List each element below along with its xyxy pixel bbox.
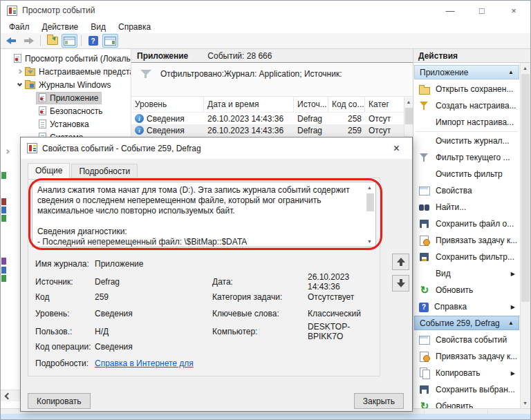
tree-item[interactable]: Журналы Windows [1, 78, 131, 91]
collapse-icon[interactable] [508, 320, 514, 326]
details-link[interactable]: Справка в Интернете для [95, 359, 212, 368]
close-dialog-button[interactable]: Закрыть [354, 393, 404, 409]
dialog-title: Свойства событий - Событие 259, Defrag [42, 144, 201, 153]
tree-item-fragment [1, 172, 6, 179]
menu-item[interactable]: Вид [84, 21, 112, 33]
action-item[interactable]: Привязать задачу к... [413, 232, 520, 249]
action-item[interactable]: Фильтр текущего ... [413, 149, 520, 166]
action-label: Фильтр текущего ... [436, 153, 510, 162]
expand-icon[interactable] [15, 84, 24, 86]
column-header[interactable]: Дата и время [204, 97, 294, 112]
scroll-thumb[interactable] [405, 108, 413, 124]
copy-button[interactable]: Копировать [28, 393, 91, 409]
action-item[interactable]: Сохранить выбран... [413, 381, 520, 398]
arrow-down-icon [397, 279, 405, 287]
list-title-bar: Приложение Событий: 28 666 [131, 49, 413, 63]
action-label: Свойства событий [436, 335, 507, 345]
save-filter-icon [419, 251, 430, 262]
action-item[interactable]: Свойства событий [413, 332, 520, 348]
event-source: Defrag [294, 114, 328, 124]
close-button[interactable]: × [498, 1, 530, 20]
action-item[interactable]: Вид [413, 265, 520, 282]
action-item[interactable]: Открыть сохранен... [413, 81, 520, 97]
event-datetime: 26.10.2023 14:43:36 [204, 114, 294, 124]
scroll-down-icon[interactable] [521, 399, 530, 408]
forward-arrow-icon[interactable] [21, 34, 37, 48]
action-item[interactable]: Очистить журнал... [413, 133, 520, 149]
scroll-up-icon[interactable] [365, 183, 374, 192]
field-label: Категория задачи: [212, 292, 308, 302]
tree-item-fragment [1, 198, 6, 205]
action-item[interactable]: Копировать [413, 365, 520, 381]
field-value: 259 [95, 292, 212, 302]
action-item[interactable]: Сохранить фильтр... [413, 249, 520, 265]
action-pane-icon[interactable] [102, 34, 118, 48]
action-item[interactable]: Справка [413, 298, 520, 315]
tree-item[interactable]: Настраиваемые представле [1, 65, 131, 78]
event-row[interactable]: Сведения26.10.2023 14:43:36Defrag259Отсу… [131, 124, 413, 136]
action-item[interactable]: Привязать задачу к... [413, 348, 520, 365]
scroll-up-icon[interactable] [521, 64, 530, 73]
scroll-up-icon[interactable] [404, 97, 413, 106]
menu-item[interactable]: Справка [112, 21, 157, 33]
tree-item-fragment [1, 267, 6, 274]
action-item[interactable]: Найти... [413, 199, 520, 216]
tree-item[interactable]: Приложение [1, 91, 131, 104]
column-header[interactable]: Уровень [131, 97, 204, 112]
arrow-up-icon [397, 258, 405, 266]
action-item[interactable]: Свойства [413, 182, 520, 199]
action-item[interactable]: Создать настраива... [413, 97, 520, 114]
help-icon[interactable] [85, 34, 101, 48]
tree-item-fragment [1, 215, 6, 222]
expand-icon[interactable] [15, 70, 24, 73]
dialog-close-button[interactable]: × [381, 137, 412, 159]
tab-general[interactable]: Общие [28, 163, 70, 180]
none-icon [419, 268, 430, 279]
section-title: Событие 259, Defrag [420, 318, 500, 328]
column-header[interactable]: Код со... [328, 97, 365, 112]
action-item[interactable]: Обновить [413, 282, 520, 298]
event-row[interactable]: Сведения26.10.2023 14:43:36Defrag258Отсу… [131, 113, 413, 124]
console-tree-icon[interactable] [62, 34, 77, 48]
tree-item-label: Журналы Windows [39, 80, 111, 90]
menu-item[interactable]: Файл [3, 21, 36, 33]
column-header[interactable]: Источ... [294, 97, 328, 112]
action-item[interactable]: Импорт настраива... [413, 114, 520, 131]
section-header[interactable]: Приложение [414, 65, 519, 79]
log-name: Приложение [137, 51, 188, 61]
next-event-button[interactable] [392, 275, 409, 292]
tree-item[interactable]: Безопасность [1, 104, 131, 117]
event-fields: Имя журнала:ПриложениеИсточник:DefragДат… [35, 256, 377, 372]
tree-item[interactable]: Просмотр событий (Локальнь [1, 52, 131, 65]
scroll-left-icon[interactable] [1, 390, 12, 401]
field-label: Компьютер: [212, 327, 308, 336]
menu-item[interactable]: Действие [36, 21, 85, 33]
open-saved-log-folder-icon[interactable] [44, 34, 60, 48]
scroll-thumb[interactable] [521, 74, 530, 302]
field-value: Классический [308, 309, 377, 318]
tree-item[interactable]: Установка [1, 117, 131, 131]
event-description[interactable]: Анализ сжатия тома начат для тома (D:). … [32, 182, 376, 247]
maximize-button[interactable]: □ [466, 1, 498, 20]
window-controls: — □ × [434, 1, 530, 20]
scroll-down-icon[interactable] [365, 237, 374, 246]
task-icon [419, 351, 430, 362]
section-header[interactable]: Событие 259, Defrag [414, 316, 519, 330]
save-icon [419, 384, 430, 395]
minimize-button[interactable]: — [434, 1, 466, 20]
collapse-icon[interactable] [508, 69, 514, 75]
field-label: Подробности: [35, 359, 95, 368]
scroll-thumb[interactable] [366, 193, 374, 211]
event-code: 258 [328, 114, 365, 124]
action-item[interactable]: Сохранить файл о... [413, 216, 520, 232]
find-icon [419, 202, 430, 213]
save-icon [419, 218, 430, 229]
actions-scrollbar[interactable] [520, 63, 530, 408]
toolbar-separator [40, 35, 41, 46]
action-item[interactable]: Очистить фильтр [413, 166, 520, 182]
back-arrow-icon[interactable] [3, 34, 19, 48]
previous-event-button[interactable] [392, 254, 409, 270]
action-item[interactable]: Обновить [413, 398, 520, 408]
action-label: Привязать задачу к... [436, 236, 517, 245]
column-header[interactable]: Катег [365, 97, 404, 112]
